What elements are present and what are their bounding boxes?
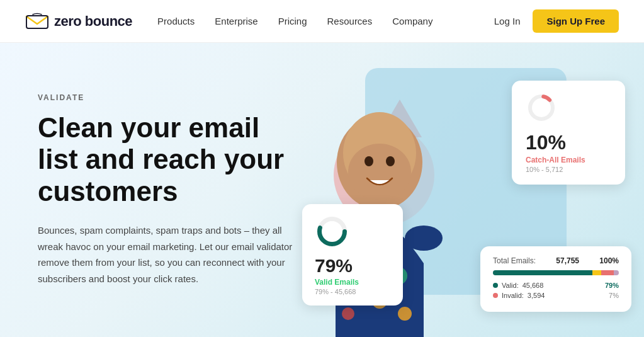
nav-resources[interactable]: Resources	[327, 16, 373, 26]
validate-label: VALIDATE	[38, 93, 302, 102]
pb-catchall	[592, 270, 601, 275]
svg-point-3	[348, 144, 411, 200]
logo-icon	[25, 13, 49, 30]
valid-dot	[493, 283, 498, 288]
pb-other	[614, 270, 619, 275]
svg-point-9	[342, 307, 354, 320]
totals-header-row: Total Emails: 57,755 100%	[493, 256, 619, 265]
hero-title: Clean your email list and reach your cus…	[38, 112, 302, 208]
invalid-legend-count: 3,594	[528, 292, 545, 299]
svg-rect-0	[26, 16, 48, 28]
nav-pricing[interactable]: Pricing	[278, 16, 307, 26]
nav-company[interactable]: Company	[392, 16, 432, 26]
valid-legend-label: Valid:	[502, 282, 519, 289]
logo-text: zero bounce	[54, 13, 132, 30]
legend-valid: Valid: 45,668 79%	[493, 282, 619, 289]
invalid-dot	[493, 293, 498, 298]
svg-point-10	[398, 307, 412, 321]
card-valid: 79% Valid Emails 79% - 45,668	[302, 204, 403, 306]
catchall-sub: 10% - 5,712	[526, 166, 611, 173]
nav-enterprise[interactable]: Enterprise	[215, 16, 257, 26]
catchall-percentage: 10%	[526, 131, 611, 154]
catchall-label: Catch-All Emails	[526, 156, 611, 164]
valid-legend-count: 45,668	[523, 282, 544, 289]
hero-section: VALIDATE Clean your email list and reach…	[0, 43, 644, 337]
invalid-legend-label: Invalid:	[502, 292, 524, 299]
header: zero bounce Products Enterprise Pricing …	[0, 0, 644, 43]
invalid-legend-pct: 7%	[609, 292, 619, 299]
svg-point-4	[364, 156, 373, 166]
valid-legend-pct: 79%	[605, 282, 619, 289]
donut-chart-catchall	[526, 92, 557, 123]
hero-content: VALIDATE Clean your email list and reach…	[0, 93, 302, 287]
svg-point-5	[386, 156, 395, 166]
valid-label: Valid Emails	[315, 278, 390, 287]
main-nav: Products Enterprise Pricing Resources Co…	[157, 16, 494, 26]
donut-chart-valid	[315, 214, 349, 249]
signup-button[interactable]: Sign Up Free	[533, 9, 619, 33]
pb-invalid	[601, 270, 614, 275]
totals-label: Total Emails:	[493, 256, 536, 265]
svg-point-13	[405, 226, 443, 251]
progress-bar	[493, 270, 619, 275]
totals-pct: 100%	[599, 256, 619, 265]
valid-sub: 79% - 45,668	[315, 288, 390, 295]
card-catchall: 10% Catch-All Emails 10% - 5,712	[512, 81, 625, 185]
login-button[interactable]: Log In	[494, 16, 521, 26]
hero-description: Bounces, spam complaints, spam traps and…	[38, 222, 302, 287]
nav-products[interactable]: Products	[157, 16, 195, 26]
card-totals: Total Emails: 57,755 100% Valid: 45,668 …	[480, 246, 631, 312]
logo[interactable]: zero bounce	[25, 13, 132, 30]
header-actions: Log In Sign Up Free	[494, 9, 619, 33]
totals-count: 57,755	[556, 256, 579, 265]
valid-percentage: 79%	[315, 255, 390, 277]
legend-invalid: Invalid: 3,594 7%	[493, 292, 619, 299]
pb-valid	[493, 270, 592, 275]
